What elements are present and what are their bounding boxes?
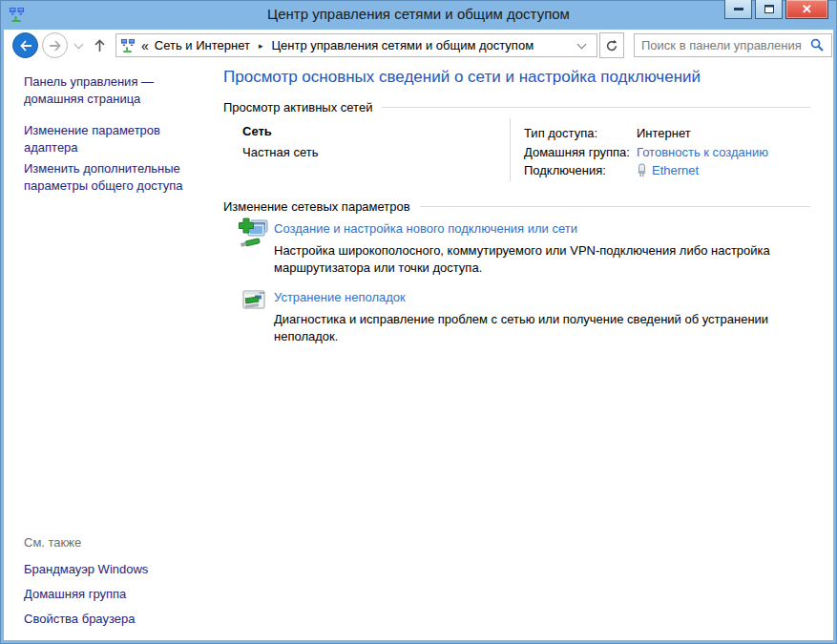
refresh-button[interactable]	[599, 32, 624, 58]
troubleshoot-icon	[239, 286, 269, 317]
access-type-value: Интернет	[637, 124, 768, 143]
homegroup-status-link[interactable]: Готовность к созданию	[637, 143, 768, 162]
network-details: Тип доступа: Интернет Домашняя группа: Г…	[524, 124, 768, 180]
see-also-header: См. также	[24, 535, 148, 550]
forward-arrow-icon	[49, 40, 62, 52]
search-input[interactable]	[641, 38, 810, 52]
task-troubleshoot: Устранение неполадок Диагностика и испра…	[239, 286, 810, 345]
back-arrow-icon	[19, 40, 32, 52]
ethernet-connection-link[interactable]: Ethernet	[652, 161, 699, 180]
breadcrumb-item-network-internet[interactable]: Сеть и Интернет	[153, 38, 252, 52]
forward-button[interactable]	[42, 32, 68, 58]
window-controls: ✕	[724, 0, 828, 19]
troubleshoot-link[interactable]: Устранение неполадок	[274, 286, 810, 304]
network-name: Сеть	[242, 124, 272, 138]
section-divider	[382, 107, 810, 108]
main-pane: Просмотр основных сведений о сети и наст…	[220, 61, 833, 640]
section-change-settings-header: Изменение сетевых параметров	[223, 199, 810, 214]
up-button[interactable]	[94, 39, 106, 52]
maximize-icon	[764, 5, 774, 13]
close-icon: ✕	[802, 2, 812, 16]
window: Центр управления сетями и общим доступом…	[0, 0, 837, 644]
connections-value: Ethernet	[637, 161, 768, 180]
search-icon[interactable]	[810, 38, 825, 52]
network-location-icon	[120, 38, 136, 53]
new-connection-icon	[239, 218, 269, 248]
ethernet-icon	[637, 163, 647, 177]
up-arrow-icon	[94, 39, 106, 52]
sidebar-item-control-panel-home[interactable]: Панель управления — домашняя страница	[24, 73, 198, 108]
minimize-button[interactable]	[724, 0, 752, 19]
section-active-networks-header: Просмотр активных сетей	[223, 100, 810, 114]
minimize-icon	[734, 8, 743, 10]
section-title: Просмотр активных сетей	[223, 100, 372, 114]
connections-label: Подключения:	[524, 161, 637, 180]
section-divider	[420, 206, 810, 207]
recent-pages-chevron-icon[interactable]	[74, 39, 84, 49]
maximize-button[interactable]	[755, 0, 783, 19]
homegroup-label: Домашняя группа:	[524, 143, 637, 162]
content-area: Панель управления — домашняя страница Из…	[4, 61, 833, 640]
section-title: Изменение сетевых параметров	[223, 199, 410, 214]
search-box	[634, 33, 832, 57]
task-new-connection: Создание и настройка нового подключения …	[239, 218, 810, 277]
address-bar[interactable]: « Сеть и Интернет ▸ Центр управления сет…	[115, 33, 597, 57]
breadcrumb-separator-icon[interactable]: ▸	[259, 41, 263, 51]
page-title: Просмотр основных сведений о сети и наст…	[223, 68, 701, 87]
navigation-bar: « Сеть и Интернет ▸ Центр управления сет…	[4, 30, 833, 61]
sidebar-item-change-adapter-settings[interactable]: Изменение параметров адаптера	[24, 122, 198, 156]
new-connection-link[interactable]: Создание и настройка нового подключения …	[274, 218, 810, 236]
refresh-icon	[605, 39, 618, 52]
sidebar-item-advanced-sharing-settings[interactable]: Изменить дополнительные параметры общего…	[24, 160, 198, 195]
access-type-label: Тип доступа:	[524, 124, 637, 143]
network-type: Частная сеть	[242, 145, 318, 159]
title-bar: Центр управления сетями и общим доступом…	[0, 0, 837, 30]
network-details-divider	[510, 118, 511, 181]
window-title: Центр управления сетями и общим доступом	[0, 6, 837, 22]
see-also-item-windows-firewall[interactable]: Брандмауэр Windows	[24, 562, 148, 576]
breadcrumb-item-network-sharing-center[interactable]: Центр управления сетями и общим доступом	[269, 38, 535, 52]
breadcrumb-overflow-icon[interactable]: «	[141, 38, 149, 53]
troubleshoot-description: Диагностика и исправление проблем с сеть…	[274, 311, 818, 345]
close-button[interactable]: ✕	[785, 0, 828, 19]
new-connection-description: Настройка широкополосного, коммутируемог…	[274, 242, 818, 277]
sidebar: Панель управления — домашняя страница Из…	[4, 61, 218, 640]
see-also-item-internet-options[interactable]: Свойства браузера	[24, 612, 148, 626]
back-button[interactable]	[12, 32, 38, 58]
see-also-section: См. также Брандмауэр Windows Домашняя гр…	[24, 535, 148, 636]
see-also-item-homegroup[interactable]: Домашняя группа	[24, 587, 148, 601]
address-dropdown-chevron-icon[interactable]	[577, 39, 587, 49]
